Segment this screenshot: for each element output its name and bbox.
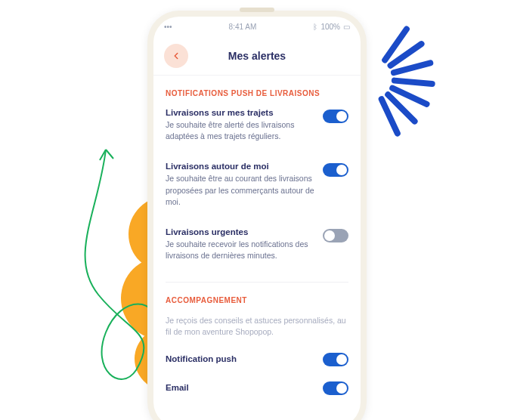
back-button[interactable] [164,44,188,68]
setting-desc: Je souhaite être alerté des livraisons a… [166,119,315,142]
setting-row-trajets: Livraisons sur mes trajets Je souhaite ê… [166,108,348,142]
status-bar: ••• 8:41 AM ᛒ 100% ▭ [153,17,361,36]
setting-title: Livraisons sur mes trajets [166,108,315,117]
toggle-autour[interactable] [323,163,348,177]
section-divider [166,282,348,283]
setting-title: Livraisons urgentes [166,227,315,236]
status-time: 8:41 AM [229,23,257,31]
setting-title: Notification push [166,354,237,363]
section-label-accompagnement: ACCOMPAGNEMENT [166,296,348,304]
setting-desc: Je souhaite recevoir les notifications d… [166,239,315,261]
setting-title: Email [166,383,189,392]
setting-row-push: Notification push [166,351,348,366]
toggle-urgentes[interactable] [323,229,348,242]
setting-row-email: Email [166,380,348,395]
content-scroll[interactable]: NOTIFICATIONS PUSH DE LIVRAISONS Livrais… [153,76,361,420]
section-label-delivery: NOTIFICATIONS PUSH DE LIVRAISONS [166,89,348,97]
setting-desc: Je souhaite être au courant des livraiso… [166,173,315,208]
setting-row-urgentes: Livraisons urgentes Je souhaite recevoir… [166,227,348,261]
toggle-email[interactable] [323,381,348,395]
section-desc-accompagnement: Je reçois des conseils et astuces person… [166,315,348,338]
arrow-left-icon [171,51,181,61]
status-bt-icon: ᛒ [313,23,317,31]
phone-frame: ••• 8:41 AM ᛒ 100% ▭ Mes alertes NOTIFIC… [147,11,367,420]
setting-title: Livraisons autour de moi [166,162,315,171]
status-battery-icon: ▭ [343,23,350,31]
screen-header: Mes alertes [153,36,361,76]
status-battery: 100% [320,23,340,31]
toggle-trajets[interactable] [323,110,348,123]
setting-row-autour: Livraisons autour de moi Je souhaite êtr… [166,162,348,208]
toggle-push[interactable] [323,353,348,366]
status-signal: ••• [164,23,172,31]
